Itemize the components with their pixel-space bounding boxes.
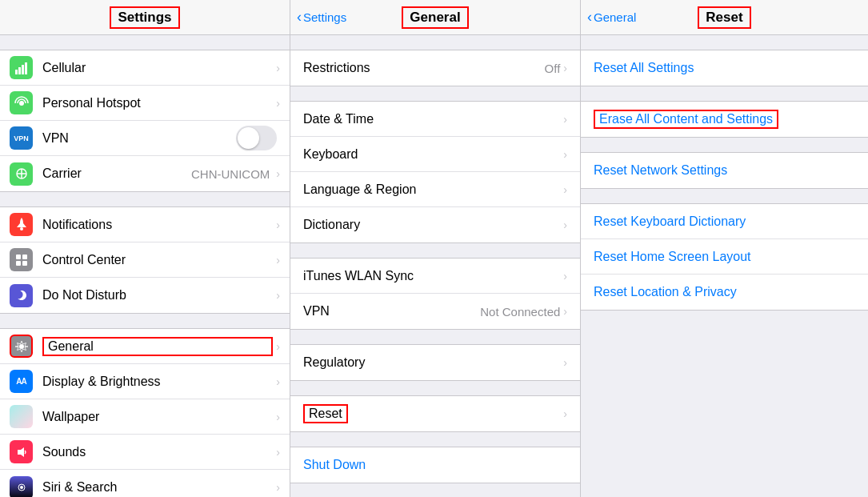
m-row-reset[interactable]: Reset › — [290, 396, 580, 431]
svg-rect-8 — [20, 227, 23, 230]
reset-network-label: Reset Network Settings — [594, 163, 727, 178]
carrier-icon — [10, 162, 33, 186]
svg-rect-11 — [16, 261, 21, 266]
r-section-2: Erase All Content and Settings — [581, 101, 868, 138]
m-divider3 — [290, 243, 580, 258]
section-apps: General › AA Display & Brightness › Wall… — [0, 328, 290, 497]
r-section-3: Reset Network Settings — [581, 152, 868, 189]
wallpaper-label: Wallpaper — [42, 410, 273, 424]
m-row-regulatory[interactable]: Regulatory › — [290, 345, 580, 380]
r-divider4 — [581, 189, 868, 203]
cellular-label: Cellular — [42, 61, 273, 75]
display-chevron: › — [276, 375, 280, 388]
general-icon — [10, 335, 33, 358]
svg-rect-10 — [22, 255, 27, 259]
sidebar-item-wallpaper[interactable]: Wallpaper › — [0, 399, 290, 435]
m-row-keyboard[interactable]: Keyboard › — [290, 137, 580, 172]
r-row-reset-all[interactable]: Reset All Settings — [581, 50, 868, 86]
siri-icon — [10, 476, 33, 498]
m-row-restrictions[interactable]: Restrictions Off › — [290, 50, 580, 86]
itunes-chevron: › — [563, 270, 567, 283]
keyboard-chevron: › — [563, 148, 567, 161]
reset-chevron: › — [563, 407, 567, 420]
sounds-label: Sounds — [42, 445, 273, 459]
sidebar-item-notifications[interactable]: Notifications › — [0, 207, 290, 242]
divider3 — [0, 314, 290, 328]
r-row-reset-keyboard[interactable]: Reset Keyboard Dictionary — [581, 204, 868, 239]
siri-chevron: › — [276, 481, 280, 494]
control-center-icon — [10, 248, 33, 271]
dictionary-chevron: › — [563, 218, 567, 231]
sidebar-item-vpn[interactable]: VPN VPN — [0, 121, 290, 156]
svg-rect-9 — [16, 255, 21, 259]
sidebar-item-carrier[interactable]: Carrier CHN-UNICOM › — [0, 156, 290, 191]
m-row-date-time[interactable]: Date & Time › — [290, 102, 580, 137]
date-time-label: Date & Time — [303, 112, 563, 126]
right-nav-title: Reset — [698, 6, 750, 29]
general-chevron: › — [276, 340, 280, 353]
sidebar-item-general[interactable]: General › — [0, 329, 290, 364]
divider2 — [0, 192, 290, 206]
reset-all-label: Reset All Settings — [594, 61, 694, 75]
keyboard-label: Keyboard — [303, 147, 563, 162]
vpn-toggle[interactable] — [236, 126, 277, 150]
section-system: Notifications › Control Center › Do Not … — [0, 206, 290, 314]
divider — [0, 35, 290, 50]
sidebar-item-do-not-disturb[interactable]: Do Not Disturb › — [0, 278, 290, 313]
language-label: Language & Region — [303, 182, 563, 197]
svg-rect-1 — [18, 67, 21, 74]
left-settings-list: Cellular › Personal Hotspot › VPN VPN — [0, 35, 290, 497]
r-row-reset-home[interactable]: Reset Home Screen Layout — [581, 239, 868, 275]
vpn-label2: VPN — [303, 304, 480, 319]
svg-rect-3 — [25, 62, 27, 74]
do-not-disturb-chevron: › — [276, 289, 280, 302]
middle-nav-back[interactable]: ‹ Settings — [297, 9, 346, 26]
r-row-reset-network[interactable]: Reset Network Settings — [581, 153, 868, 188]
right-nav-back[interactable]: ‹ General — [587, 9, 636, 26]
r-divider1 — [581, 35, 868, 50]
m-row-itunes[interactable]: iTunes WLAN Sync › — [290, 259, 580, 294]
sounds-icon — [10, 440, 33, 463]
m-row-language[interactable]: Language & Region › — [290, 172, 580, 207]
notifications-chevron: › — [276, 218, 280, 231]
sidebar-item-display[interactable]: AA Display & Brightness › — [0, 364, 290, 399]
sidebar-item-control-center[interactable]: Control Center › — [0, 242, 290, 278]
r-row-erase-all[interactable]: Erase All Content and Settings — [581, 102, 868, 137]
language-chevron: › — [563, 183, 567, 196]
reset-label: Reset — [303, 404, 563, 423]
left-nav-bar: Settings — [0, 0, 290, 35]
m-row-shutdown[interactable]: Shut Down — [290, 447, 580, 483]
left-panel: Settings Cellular › Personal Hotspot › V… — [0, 0, 290, 497]
r-divider5 — [581, 311, 868, 325]
sidebar-item-hotspot[interactable]: Personal Hotspot › — [0, 86, 290, 121]
middle-nav-bar: ‹ Settings General — [290, 0, 580, 35]
hotspot-icon — [10, 91, 33, 114]
notifications-label: Notifications — [42, 218, 273, 232]
m-section-datetime: Date & Time › Keyboard › Language & Regi… — [290, 101, 580, 243]
do-not-disturb-label: Do Not Disturb — [42, 288, 273, 303]
display-icon: AA — [10, 370, 33, 393]
m-section-regulatory: Regulatory › — [290, 344, 580, 381]
svg-point-13 — [19, 344, 24, 349]
sidebar-item-siri[interactable]: Siri & Search › — [0, 470, 290, 497]
r-divider2 — [581, 86, 868, 101]
reset-keyboard-label: Reset Keyboard Dictionary — [594, 214, 746, 229]
m-divider2 — [290, 86, 580, 101]
wallpaper-icon — [10, 405, 33, 428]
vpn-icon: VPN — [10, 126, 33, 150]
hotspot-label: Personal Hotspot — [42, 96, 273, 110]
carrier-label: Carrier — [42, 166, 191, 181]
general-label: General — [42, 337, 273, 356]
m-row-dictionary[interactable]: Dictionary › — [290, 207, 580, 242]
sidebar-item-cellular[interactable]: Cellular › — [0, 50, 290, 86]
middle-nav-title: General — [402, 6, 468, 29]
m-row-vpn[interactable]: VPN Not Connected › — [290, 294, 580, 329]
sidebar-item-sounds[interactable]: Sounds › — [0, 435, 290, 470]
right-nav-back-label: General — [594, 10, 636, 24]
svg-point-16 — [20, 486, 23, 489]
svg-point-4 — [19, 101, 24, 106]
itunes-label: iTunes WLAN Sync — [303, 269, 563, 283]
right-settings-list: Reset All Settings Erase All Content and… — [581, 35, 868, 497]
notifications-icon — [10, 213, 33, 236]
r-row-reset-location[interactable]: Reset Location & Privacy — [581, 275, 868, 310]
